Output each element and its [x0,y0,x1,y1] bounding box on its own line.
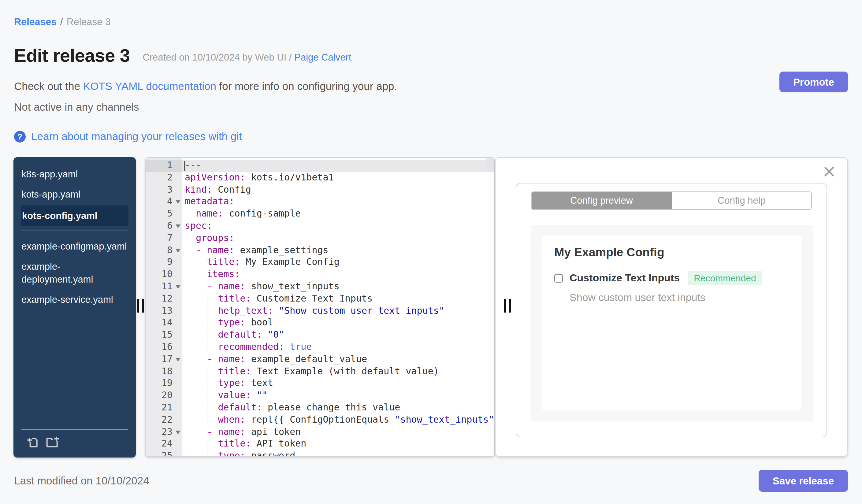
code-line[interactable]: apiVersion: kots.io/v1beta1 [182,172,494,184]
code-line[interactable]: metadata: [182,196,494,208]
gutter-line-number: 20 [146,389,182,402]
gutter-line-number: 21 [146,402,182,414]
code-line[interactable]: value: "" [182,389,494,402]
file-item[interactable]: k8s-app.yaml [13,164,136,184]
code-token [251,389,257,401]
pane-resize-handle-right[interactable] [504,299,513,313]
fold-arrow-icon[interactable] [175,200,181,204]
gutter-line-number: 11 [146,281,182,293]
code-line[interactable]: type: bool [182,317,494,329]
gutter-line-number: 9 [146,256,182,269]
code-token: Config [212,184,251,195]
code-line[interactable]: recommended: true [182,341,494,354]
code-line[interactable]: - name: show_text_inputs [182,281,494,293]
fold-arrow-icon[interactable] [175,430,181,434]
code-token [185,293,218,304]
code-line[interactable]: when: repl{{ ConfigOptionEquals "show_te… [182,414,494,426]
code-token [185,354,207,364]
breadcrumb-releases-link[interactable]: Releases [14,16,56,27]
code-token: apiVersion: [185,172,246,183]
tab-config-help[interactable]: Config help [671,192,811,209]
save-release-button[interactable]: Save release [759,470,848,492]
file-sidebar: k8s-app.yamlkots-app.yamlkots-config.yam… [13,157,136,457]
created-by-link[interactable]: Paige Calvert [294,52,351,62]
code-line[interactable]: type: password [182,450,494,456]
code-line[interactable]: name: config-sample [182,208,494,220]
code-token: type: [218,378,245,389]
code-line[interactable]: kind: Config [182,184,494,196]
code-line[interactable]: - name: example_settings [182,244,494,256]
fold-arrow-icon[interactable] [175,225,181,228]
help-question-icon[interactable]: ? [14,131,26,143]
file-item[interactable]: example-service.yaml [13,289,136,309]
git-help-row: ? Learn about managing your releases wit… [14,130,242,143]
yaml-editor[interactable]: 1234567891011121314151617181920212223242… [145,157,495,457]
gutter-line-number: 10 [146,268,182,281]
gutter-line-number: 3 [146,184,182,196]
code-line[interactable]: title: My Example Config [182,256,494,269]
indent-guide [207,389,207,402]
editor-code-area[interactable]: ---apiVersion: kots.io/v1beta1kind: Conf… [182,158,494,456]
code-line[interactable]: type: text [182,378,494,390]
gutter-line-number: 2 [146,172,182,184]
code-line[interactable]: --- [182,160,494,172]
code-line[interactable]: spec: [182,220,494,233]
code-token: please change this value [262,402,401,413]
code-line[interactable]: title: Customize Text Inputs [182,293,494,305]
code-token: type: [218,317,245,328]
gutter-line-number: 19 [146,378,182,390]
fold-arrow-icon[interactable] [175,249,181,252]
file-item[interactable]: example-configmap.yaml [13,236,136,256]
code-line[interactable]: default: please change this value [182,402,494,414]
code-token: "Show custom user text inputs" [279,305,444,316]
editor-gutter: 1234567891011121314151617181920212223242… [146,158,182,456]
docs-pre-text: Check out the [14,80,83,92]
code-token: when: [218,414,245,425]
promote-button[interactable]: Promote [780,71,848,92]
code-token: "show_text_inputs" [395,414,494,425]
pane-resize-handle-left[interactable] [137,299,146,313]
code-token: type: [218,450,245,456]
editor-scrollbar-thumb[interactable] [486,158,494,172]
file-item-active[interactable]: kots-config.yaml [21,205,129,226]
code-token: help_text: [218,305,273,316]
sidebar-bottom [13,429,136,457]
code-token: items: [207,268,240,279]
preview-content-area: My Example Config Customize Text Inputs … [531,225,813,422]
channel-status: Not active in any channels [14,101,139,114]
new-file-icon[interactable] [26,436,39,451]
code-line[interactable]: default: "0" [182,329,494,341]
indent-guide [207,341,207,354]
close-icon[interactable] [824,167,835,177]
code-token [185,305,218,316]
code-line[interactable]: - name: example_default_value [182,354,494,366]
fold-arrow-icon[interactable] [175,358,181,361]
code-token: kind: [185,184,212,195]
kots-docs-link[interactable]: KOTS YAML documentation [83,80,216,92]
code-token: spec: [185,220,212,231]
fold-arrow-icon[interactable] [175,285,181,289]
code-token [185,366,218,376]
code-token [273,305,279,316]
code-line[interactable]: items: [182,268,494,281]
git-releases-link[interactable]: Learn about managing your releases with … [31,130,242,143]
gutter-line-number: 13 [146,305,182,317]
preview-tabs: Config previewConfig help [531,191,812,210]
code-line[interactable]: - name: api_token [182,426,494,438]
code-token [185,256,207,268]
file-item[interactable]: kots-app.yaml [13,184,136,204]
code-line[interactable]: groups: [182,233,494,245]
code-token [185,389,218,401]
config-preview-panel: Config previewConfig help My Example Con… [495,157,848,457]
code-token [185,329,218,340]
code-token: show_text_inputs [246,281,340,292]
new-folder-icon[interactable] [45,436,60,451]
code-line[interactable]: help_text: "Show custom user text inputs… [182,305,494,317]
code-line[interactable]: title: API token [182,438,494,450]
code-line[interactable]: title: Text Example (with default value) [182,366,494,378]
file-item[interactable]: example-deployment.yaml [13,256,136,289]
tab-config-preview[interactable]: Config preview [532,192,671,209]
config-checkbox[interactable] [554,274,563,282]
text-cursor [184,161,185,171]
gutter-line-number: 8 [146,244,182,256]
